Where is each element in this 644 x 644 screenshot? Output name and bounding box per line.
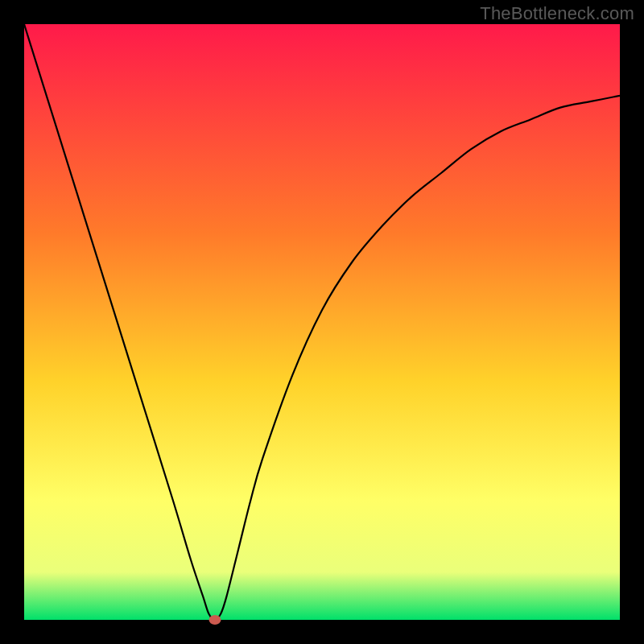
chart-frame: TheBottleneck.com — [0, 0, 644, 644]
bottleneck-plot — [24, 24, 620, 620]
watermark-text: TheBottleneck.com — [480, 3, 634, 24]
optimal-point-marker — [208, 615, 221, 625]
plot-background — [24, 24, 620, 620]
